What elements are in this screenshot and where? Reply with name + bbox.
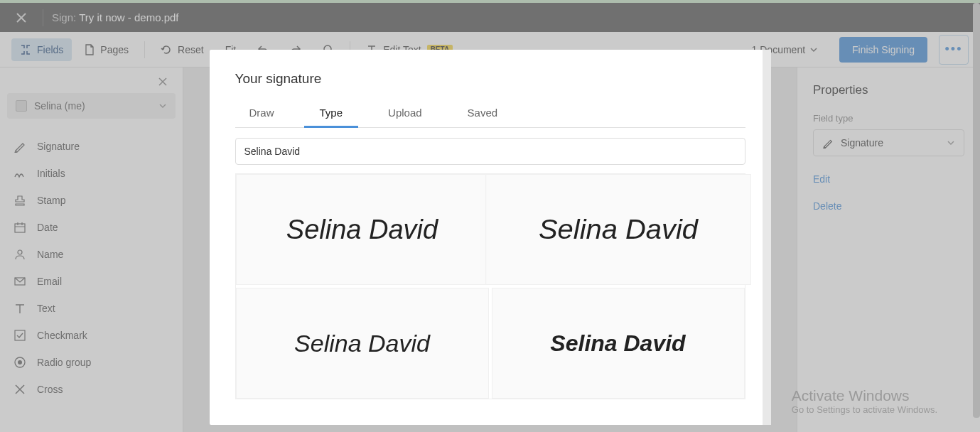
tab-saved[interactable]: Saved bbox=[462, 99, 504, 127]
modal-scrollbar[interactable] bbox=[763, 50, 771, 425]
signature-option-2[interactable]: Selina David bbox=[485, 174, 751, 285]
tab-upload[interactable]: Upload bbox=[382, 99, 428, 127]
modal-overlay[interactable]: Your signature Draw Type Upload Saved Se… bbox=[0, 0, 980, 432]
signature-preview: Selina David bbox=[294, 330, 430, 357]
signature-preview: Selina David bbox=[538, 215, 697, 245]
signature-name-input[interactable] bbox=[235, 138, 745, 165]
tab-draw[interactable]: Draw bbox=[244, 99, 280, 127]
modal-tabs: Draw Type Upload Saved bbox=[235, 99, 745, 128]
signature-grid: Selina David Selina David Selina David S… bbox=[235, 173, 745, 399]
tab-draw-label: Draw bbox=[249, 107, 274, 119]
signature-option-4[interactable]: Selina David bbox=[492, 288, 745, 399]
signature-option-3[interactable]: Selina David bbox=[236, 288, 489, 399]
modal-title: Your signature bbox=[235, 71, 745, 87]
signature-preview: Selina David bbox=[286, 215, 438, 245]
signature-preview: Selina David bbox=[550, 330, 685, 357]
tab-type[interactable]: Type bbox=[314, 99, 349, 127]
tab-upload-label: Upload bbox=[388, 107, 422, 119]
signature-modal: Your signature Draw Type Upload Saved Se… bbox=[210, 50, 771, 425]
tab-saved-label: Saved bbox=[468, 107, 498, 119]
signature-option-1[interactable]: Selina David bbox=[236, 174, 489, 285]
tab-type-label: Type bbox=[320, 107, 343, 119]
